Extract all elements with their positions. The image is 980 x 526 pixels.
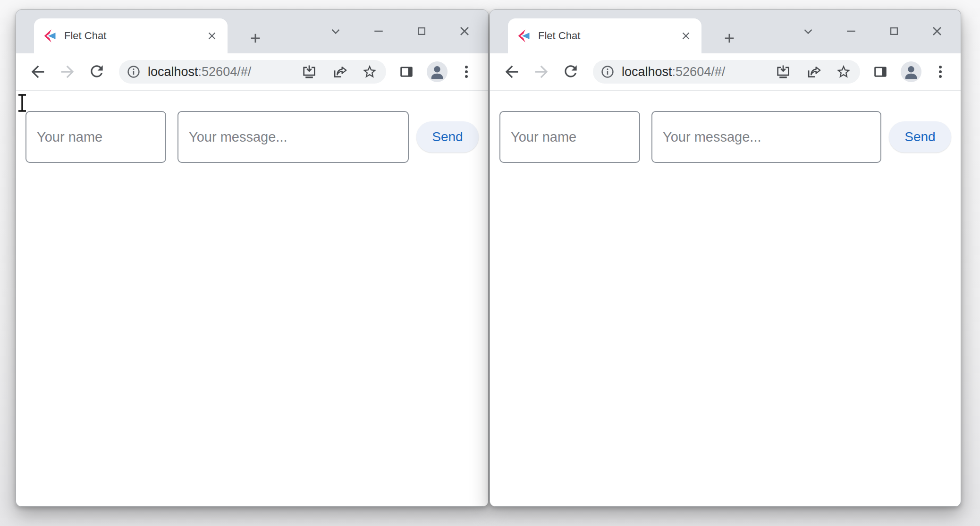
chat-form: Send — [499, 111, 951, 163]
address-bar[interactable]: localhost:52604/#/ — [119, 60, 386, 84]
browser-tab[interactable]: Flet Chat — [508, 18, 701, 53]
side-panel-icon[interactable] — [872, 64, 888, 80]
install-app-icon[interactable] — [775, 64, 791, 80]
browser-window-left: Flet Chat localhost:52604/#/ — [16, 9, 489, 507]
tab-title: Flet Chat — [64, 30, 204, 42]
url-path: :52604/#/ — [672, 65, 726, 79]
url-text: localhost:52604/#/ — [148, 65, 251, 79]
close-button[interactable] — [450, 20, 479, 42]
flet-logo-icon — [42, 29, 57, 43]
reload-icon[interactable] — [88, 62, 107, 81]
menu-kebab-icon[interactable] — [932, 64, 948, 80]
flet-logo-icon — [516, 29, 531, 43]
window-controls — [794, 20, 951, 42]
page-content: Send — [16, 91, 488, 506]
close-button[interactable] — [923, 20, 951, 42]
tab-title: Flet Chat — [538, 30, 678, 42]
new-tab-button[interactable] — [245, 27, 266, 49]
back-icon[interactable] — [502, 62, 521, 81]
message-input[interactable] — [651, 111, 881, 163]
message-input[interactable] — [177, 111, 409, 163]
profile-avatar-icon[interactable] — [426, 61, 448, 83]
side-panel-icon[interactable] — [398, 64, 414, 80]
url-text: localhost:52604/#/ — [622, 65, 725, 79]
navigation-toolbar: localhost:52604/#/ — [490, 53, 961, 91]
navigation-toolbar: localhost:52604/#/ — [16, 53, 488, 91]
profile-avatar-icon[interactable] — [900, 61, 922, 83]
window-controls — [321, 20, 479, 42]
menu-kebab-icon[interactable] — [458, 64, 474, 80]
tab-search-chevron-icon[interactable] — [794, 20, 822, 42]
tab-search-chevron-icon[interactable] — [321, 20, 350, 42]
name-input[interactable] — [25, 111, 166, 163]
share-icon[interactable] — [331, 64, 347, 80]
share-icon[interactable] — [805, 64, 821, 80]
send-button[interactable]: Send — [889, 121, 951, 153]
chat-form: Send — [25, 111, 479, 163]
tab-strip: Flet Chat — [16, 10, 488, 53]
site-info-icon[interactable] — [126, 64, 141, 79]
forward-icon[interactable] — [532, 62, 551, 81]
page-content: Send — [490, 91, 961, 506]
site-info-icon[interactable] — [600, 64, 615, 79]
tab-strip: Flet Chat — [490, 10, 961, 53]
bookmark-star-icon[interactable] — [362, 64, 378, 80]
minimize-button[interactable] — [364, 20, 393, 42]
url-host: localhost — [622, 65, 672, 79]
browser-tab[interactable]: Flet Chat — [34, 18, 228, 53]
back-icon[interactable] — [28, 62, 47, 81]
tab-close-icon[interactable] — [204, 28, 220, 44]
tab-close-icon[interactable] — [678, 28, 694, 44]
url-path: :52604/#/ — [198, 65, 252, 79]
bookmark-star-icon[interactable] — [836, 64, 852, 80]
forward-icon[interactable] — [58, 62, 77, 81]
maximize-button[interactable] — [407, 20, 436, 42]
name-input[interactable] — [499, 111, 640, 163]
minimize-button[interactable] — [837, 20, 865, 42]
reload-icon[interactable] — [562, 62, 581, 81]
install-app-icon[interactable] — [301, 64, 317, 80]
url-host: localhost — [148, 65, 198, 79]
maximize-button[interactable] — [880, 20, 908, 42]
new-tab-button[interactable] — [718, 27, 740, 49]
address-bar[interactable]: localhost:52604/#/ — [593, 60, 860, 84]
text-cursor-icon — [16, 93, 28, 112]
send-button[interactable]: Send — [416, 121, 479, 153]
browser-window-right: Flet Chat localhost:52604/#/ — [490, 9, 961, 507]
